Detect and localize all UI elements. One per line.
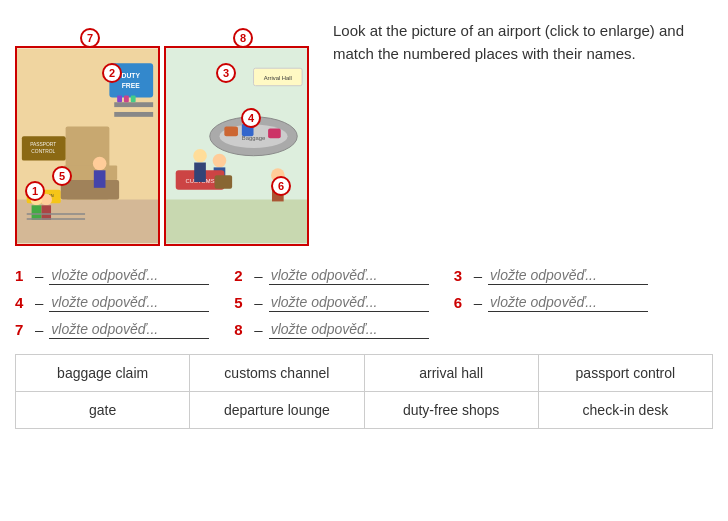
svg-rect-23 — [114, 112, 153, 117]
word-bank-item-departure-lounge[interactable]: departure lounge — [190, 392, 364, 428]
word-bank: baggage claim customs channel arrival ha… — [15, 354, 713, 429]
answer-item-7: 7 – — [15, 320, 209, 339]
answer-row-2: 4 – 5 – 6 – — [15, 293, 713, 312]
word-bank-item-duty-free-shops[interactable]: duty-free shops — [365, 392, 539, 428]
word-bank-row-2: gate departure lounge duty-free shops ch… — [16, 392, 712, 428]
answer-input-2[interactable] — [269, 266, 429, 285]
answer-input-3[interactable] — [488, 266, 648, 285]
answer-input-7[interactable] — [49, 320, 209, 339]
answer-num-7: 7 — [15, 321, 31, 338]
word-bank-item-check-in-desk[interactable]: check-in desk — [539, 392, 712, 428]
svg-text:DUTY: DUTY — [122, 72, 141, 79]
answer-num-8: 8 — [234, 321, 250, 338]
svg-rect-28 — [166, 195, 307, 244]
number-badge-4: 4 — [241, 108, 261, 128]
instruction-text: Look at the picture of an airport (click… — [333, 10, 713, 75]
answers-section: 1 – 2 – 3 – 4 – 5 – 6 – — [15, 266, 713, 339]
answer-dash-2: – — [254, 267, 262, 284]
svg-rect-9 — [61, 180, 119, 199]
svg-text:FREE: FREE — [122, 82, 141, 89]
answer-num-3: 3 — [454, 267, 470, 284]
answer-num-5: 5 — [234, 294, 250, 311]
airport-image-right[interactable]: Baggage CUSTOMS — [164, 46, 309, 246]
svg-rect-24 — [117, 95, 122, 102]
answer-num-1: 1 — [15, 267, 31, 284]
answer-row-3: 7 – 8 – — [15, 320, 713, 339]
answer-dash-4: – — [35, 294, 43, 311]
svg-rect-14 — [41, 205, 51, 220]
answer-dash-6: – — [474, 294, 482, 311]
word-bank-item-customs-channel[interactable]: customs channel — [190, 355, 364, 391]
number-badge-7: 7 — [80, 28, 100, 48]
svg-rect-25 — [124, 95, 129, 102]
number-badge-6: 6 — [271, 176, 291, 196]
svg-rect-35 — [268, 128, 281, 138]
answer-dash-8: – — [254, 321, 262, 338]
word-bank-item-arrival-hall[interactable]: arrival hall — [365, 355, 539, 391]
svg-rect-42 — [215, 175, 233, 189]
answer-input-4[interactable] — [49, 293, 209, 312]
svg-rect-16 — [32, 205, 42, 220]
answer-row-1: 1 – 2 – 3 – — [15, 266, 713, 285]
answer-dash-1: – — [35, 267, 43, 284]
airport-image-left[interactable]: PASSPORT CONTROL CHECK IN — [15, 46, 160, 246]
svg-point-11 — [93, 157, 107, 171]
answer-input-1[interactable] — [49, 266, 209, 285]
number-badge-2: 2 — [102, 63, 122, 83]
answer-input-8[interactable] — [269, 320, 429, 339]
svg-rect-26 — [131, 95, 136, 102]
answer-item-8: 8 – — [234, 320, 428, 339]
answer-item-4: 4 – — [15, 293, 209, 312]
word-bank-item-passport-control[interactable]: passport control — [539, 355, 712, 391]
svg-text:Arrival Hall: Arrival Hall — [264, 75, 292, 81]
answer-dash-7: – — [35, 321, 43, 338]
svg-text:PASSPORT: PASSPORT — [30, 142, 56, 147]
word-bank-item-baggage-claim[interactable]: baggage claim — [16, 355, 190, 391]
answer-dash-3: – — [474, 267, 482, 284]
svg-text:CONTROL: CONTROL — [31, 149, 55, 154]
answer-input-6[interactable] — [488, 293, 648, 312]
svg-rect-33 — [224, 127, 238, 137]
answer-num-4: 4 — [15, 294, 31, 311]
answer-item-1: 1 – — [15, 266, 209, 285]
answer-item-6: 6 – — [454, 293, 648, 312]
svg-rect-22 — [114, 102, 153, 107]
svg-rect-41 — [194, 163, 206, 182]
number-badge-1: 1 — [25, 181, 45, 201]
word-bank-row-1: baggage claim customs channel arrival ha… — [16, 355, 712, 392]
number-badge-5: 5 — [52, 166, 72, 186]
answer-item-3: 3 – — [454, 266, 648, 285]
answer-input-5[interactable] — [269, 293, 429, 312]
answer-item-5: 5 – — [234, 293, 428, 312]
svg-rect-12 — [94, 170, 106, 188]
answer-item-2: 2 – — [234, 266, 428, 285]
answer-num-2: 2 — [234, 267, 250, 284]
answer-dash-5: – — [254, 294, 262, 311]
word-bank-item-gate[interactable]: gate — [16, 392, 190, 428]
number-badge-8: 8 — [233, 28, 253, 48]
svg-point-36 — [213, 154, 227, 168]
number-badge-3: 3 — [216, 63, 236, 83]
answer-num-6: 6 — [454, 294, 470, 311]
svg-point-40 — [193, 149, 207, 163]
